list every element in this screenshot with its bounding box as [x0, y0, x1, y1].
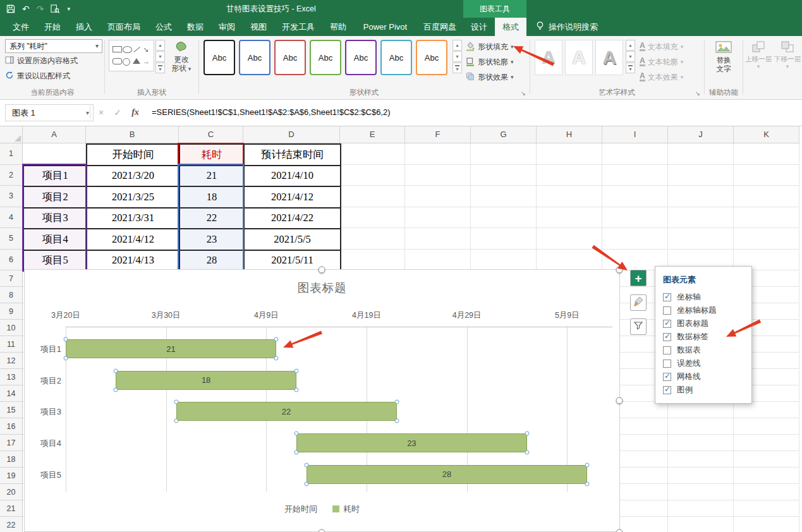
- scroll-up-icon[interactable]: ▲: [626, 40, 635, 51]
- shape-style-preview-1[interactable]: Abc: [204, 40, 235, 75]
- scroll-down-icon[interactable]: ▼: [155, 51, 165, 62]
- row-header-14[interactable]: 14: [0, 385, 23, 402]
- row-header-6[interactable]: 6: [0, 250, 23, 271]
- cell-D1[interactable]: 预计结束时间: [244, 144, 341, 166]
- cell-D5[interactable]: 2021/5/5: [244, 229, 341, 250]
- shape-effects-button[interactable]: 形状效果▾: [465, 71, 514, 83]
- column-header-h[interactable]: H: [537, 126, 602, 143]
- row-header-18[interactable]: 18: [0, 451, 23, 468]
- row-header-22[interactable]: 22: [0, 517, 23, 532]
- tab-formulas[interactable]: 公式: [148, 18, 179, 36]
- gantt-bar-5[interactable]: 28: [307, 465, 587, 484]
- select-all-corner[interactable]: [0, 126, 23, 143]
- chart-title[interactable]: 图表标题: [25, 280, 619, 296]
- cell-A5[interactable]: 项目4: [23, 229, 87, 250]
- cell-B4[interactable]: 2021/3/31: [87, 208, 179, 229]
- qat-customize-icon[interactable]: ▾: [67, 6, 70, 12]
- gallery-more-icon[interactable]: ▼: [155, 63, 165, 73]
- wordart-style-preview-2[interactable]: A: [565, 40, 593, 75]
- chart-selection-handle[interactable]: [616, 529, 623, 532]
- alt-text-button[interactable]: 替换 文字: [710, 41, 738, 73]
- cell-B5[interactable]: 2021/4/12: [87, 229, 179, 250]
- tab-view[interactable]: 视图: [243, 18, 274, 36]
- cell-C1[interactable]: 耗时: [179, 144, 244, 166]
- cell-A6[interactable]: 项目5: [23, 250, 87, 272]
- chart-styles-button[interactable]: [630, 294, 647, 311]
- column-header-j[interactable]: J: [668, 126, 734, 143]
- column-header-a[interactable]: A: [23, 126, 86, 143]
- row-header-20[interactable]: 20: [0, 484, 23, 500]
- gantt-bar-4[interactable]: 23: [296, 433, 527, 452]
- chart-element-item-5[interactable]: 数据表: [655, 344, 751, 357]
- cell-B2[interactable]: 2021/3/20: [87, 166, 179, 187]
- send-backward-button[interactable]: 下移一层 ▾: [774, 41, 801, 70]
- cell-B6[interactable]: 2021/4/13: [87, 250, 179, 272]
- chart-element-item-4[interactable]: 数据标签: [655, 330, 751, 344]
- column-header-g[interactable]: G: [471, 126, 537, 143]
- cell-D3[interactable]: 2021/4/12: [244, 186, 341, 208]
- checkbox-6[interactable]: [663, 360, 671, 368]
- chart-element-item-3[interactable]: 图表标题: [655, 317, 751, 330]
- row-header-3[interactable]: 3: [0, 186, 23, 207]
- tab-format[interactable]: 格式: [495, 18, 526, 36]
- tab-developer[interactable]: 开发工具: [274, 18, 322, 36]
- shape-style-preview-2[interactable]: Abc: [239, 40, 270, 75]
- row-header-13[interactable]: 13: [0, 369, 23, 385]
- chart-filters-button[interactable]: [630, 318, 647, 335]
- cell-D4[interactable]: 2021/4/22: [244, 208, 341, 229]
- cell-A1[interactable]: [23, 144, 87, 166]
- gallery-more-icon[interactable]: ▼: [626, 63, 635, 73]
- chart-selection-handle[interactable]: [319, 529, 325, 532]
- tab-data[interactable]: 数据: [179, 18, 211, 36]
- row-header-11[interactable]: 11: [0, 336, 23, 353]
- save-icon[interactable]: [6, 4, 15, 13]
- diagonal-line-icon[interactable]: [133, 47, 140, 52]
- wordart-style-preview-1[interactable]: A: [535, 40, 562, 75]
- text-effects-button[interactable]: A 文本效果▾: [640, 71, 683, 83]
- rounded-rectangle-icon[interactable]: [112, 58, 122, 64]
- row-header-15[interactable]: 15: [0, 402, 23, 418]
- row-header-2[interactable]: 2: [0, 165, 23, 186]
- shape-style-preview-5[interactable]: Abc: [345, 40, 377, 75]
- cell-A2[interactable]: 项目1: [23, 166, 87, 187]
- chart-element-item-6[interactable]: 误差线: [655, 357, 751, 370]
- shapes-gallery[interactable]: ↘→: [109, 40, 154, 71]
- right-arrow-icon[interactable]: →: [143, 58, 150, 65]
- chart-legend[interactable]: 开始时间 耗时: [25, 504, 619, 515]
- row-header-10[interactable]: 10: [0, 320, 23, 336]
- text-fill-button[interactable]: A 文本填充▾: [640, 40, 683, 53]
- row-header-1[interactable]: 1: [0, 143, 23, 165]
- checkbox-7[interactable]: [663, 373, 671, 381]
- chart-element-item-8[interactable]: 图例: [655, 384, 751, 397]
- row-header-12[interactable]: 12: [0, 353, 23, 369]
- undo-icon[interactable]: ↶: [22, 4, 30, 13]
- enter-icon[interactable]: ✓: [110, 104, 125, 120]
- column-header-b[interactable]: B: [86, 126, 179, 143]
- circle-icon[interactable]: [123, 58, 130, 66]
- cell-C5[interactable]: 23: [179, 229, 244, 250]
- column-header-k[interactable]: K: [734, 126, 799, 143]
- scroll-up-icon[interactable]: ▲: [453, 40, 462, 51]
- chart-selection-handle[interactable]: [319, 267, 325, 274]
- chart-selection-handle[interactable]: [616, 397, 623, 404]
- reset-to-match-style-button[interactable]: 重设以匹配样式: [5, 70, 70, 83]
- column-header-i[interactable]: I: [602, 126, 668, 143]
- tab-file[interactable]: 文件: [5, 18, 37, 36]
- shape-outline-button[interactable]: 形状轮廓▾: [465, 56, 514, 68]
- row-header-9[interactable]: 9: [0, 303, 23, 320]
- row-header-7[interactable]: 7: [0, 270, 23, 287]
- change-shape-button[interactable]: 更改 形状 ▾: [167, 40, 196, 73]
- shape-style-preview-4[interactable]: Abc: [310, 40, 341, 75]
- formula-input[interactable]: =SERIES(Sheet1!$C$1,Sheet1!$A$2:$A$6,She…: [152, 104, 391, 120]
- row-header-19[interactable]: 19: [0, 468, 23, 484]
- tab-help[interactable]: 帮助: [322, 18, 354, 36]
- text-outline-button[interactable]: A 文本轮廓▾: [640, 56, 683, 68]
- cell-D6[interactable]: 2021/5/11: [244, 250, 341, 272]
- chart-element-item-7[interactable]: 网格线: [655, 370, 751, 384]
- tab-design[interactable]: 设计: [463, 18, 495, 36]
- scroll-up-icon[interactable]: ▲: [155, 40, 165, 51]
- shape-fill-button[interactable]: 形状填充▾: [465, 40, 514, 53]
- row-header-4[interactable]: 4: [0, 207, 23, 229]
- dialog-launcher-icon[interactable]: ↘: [695, 90, 700, 97]
- checkbox-8[interactable]: [663, 386, 671, 394]
